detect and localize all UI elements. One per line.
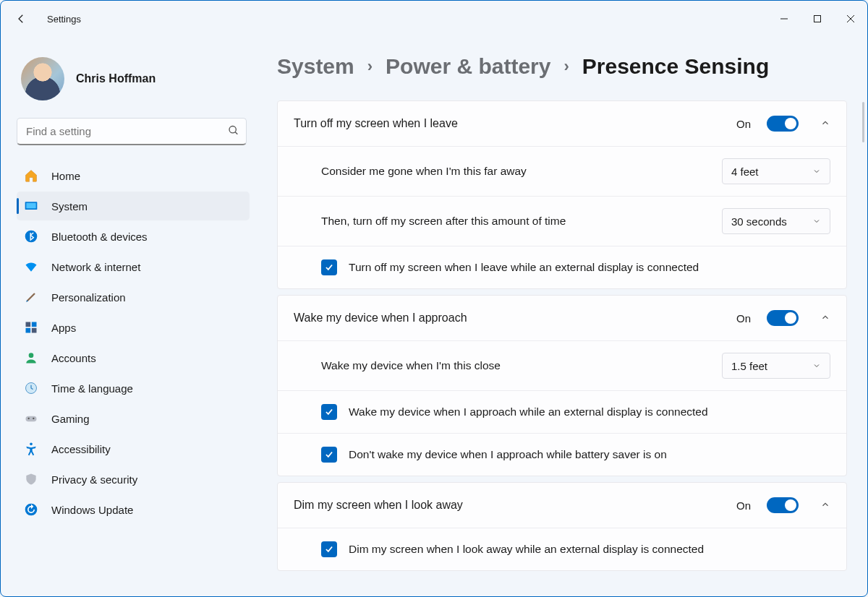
setting-leave-external-display: Turn off my screen when I leave while an… — [278, 246, 846, 288]
accessibility-icon — [24, 442, 38, 456]
system-icon — [24, 199, 38, 213]
sidebar-item-update[interactable]: Windows Update — [17, 495, 250, 524]
checkbox-label: Dim my screen when I look away while an … — [349, 543, 704, 556]
svg-rect-9 — [26, 322, 31, 327]
chevron-right-icon: › — [563, 57, 569, 76]
dropdown-value: 30 seconds — [731, 215, 787, 228]
chevron-up-icon[interactable] — [820, 499, 830, 512]
chevron-down-icon — [812, 361, 821, 370]
delay-dropdown[interactable]: 30 seconds — [722, 208, 830, 234]
shield-icon — [24, 472, 38, 486]
wifi-icon — [24, 259, 38, 274]
sidebar-item-network[interactable]: Network & internet — [17, 252, 250, 281]
sidebar-item-personalization[interactable]: Personalization — [17, 283, 250, 312]
arrow-left-icon — [14, 12, 27, 25]
svg-point-18 — [30, 443, 33, 446]
section-title: Turn off my screen when I leave — [294, 117, 725, 130]
toggle-switch[interactable] — [767, 497, 799, 513]
toggle-switch[interactable] — [767, 310, 799, 326]
avatar — [21, 57, 64, 100]
checkbox[interactable] — [321, 404, 337, 420]
distance-dropdown[interactable]: 4 feet — [722, 158, 830, 184]
sidebar-item-label: Accounts — [51, 352, 96, 364]
dropdown-value: 1.5 feet — [731, 360, 767, 372]
toggle-state-label: On — [736, 312, 751, 325]
sidebar-item-accessibility[interactable]: Accessibility — [17, 434, 250, 463]
check-icon — [324, 262, 334, 272]
minimize-icon — [780, 14, 788, 23]
svg-point-16 — [28, 418, 30, 419]
chevron-up-icon[interactable] — [820, 312, 830, 325]
back-button[interactable] — [7, 4, 35, 33]
home-icon — [24, 168, 38, 183]
toggle-state-label: On — [736, 118, 751, 130]
sidebar-item-label: Apps — [51, 322, 76, 334]
minimize-button[interactable] — [767, 7, 801, 30]
checkbox-label: Turn off my screen when I leave while an… — [349, 261, 699, 274]
search-input[interactable] — [17, 118, 247, 145]
svg-point-13 — [29, 353, 34, 358]
svg-rect-11 — [26, 328, 31, 333]
dropdown-value: 4 feet — [731, 166, 759, 178]
clock-icon — [24, 381, 38, 395]
sidebar-item-label: Personalization — [51, 291, 126, 304]
setting-label: Then, turn off my screen after this amou… — [321, 215, 710, 228]
check-icon — [324, 450, 334, 460]
sidebar-item-gaming[interactable]: Gaming — [17, 404, 250, 433]
search-box[interactable] — [17, 118, 247, 145]
sidebar-item-time[interactable]: Time & language — [17, 374, 250, 403]
setting-wake-distance: Wake my device when I'm this close 1.5 f… — [278, 340, 846, 390]
svg-line-5 — [235, 132, 237, 134]
section-title: Dim my screen when I look away — [294, 499, 725, 512]
person-icon — [24, 351, 38, 365]
breadcrumb: System › Power & battery › Presence Sens… — [277, 54, 847, 79]
sidebar-item-label: System — [51, 200, 88, 212]
checkbox[interactable] — [321, 259, 337, 275]
setting-label: Wake my device when I'm this close — [321, 359, 710, 372]
toggle-switch[interactable] — [767, 116, 799, 132]
sidebar-item-label: Gaming — [51, 413, 90, 425]
update-icon — [24, 502, 38, 517]
checkbox[interactable] — [321, 447, 337, 463]
svg-rect-1 — [814, 16, 821, 22]
maximize-button[interactable] — [801, 7, 834, 30]
chevron-down-icon — [812, 217, 821, 226]
section-wake-approach: Wake my device when I approach On Wake m… — [277, 295, 847, 476]
breadcrumb-power[interactable]: Power & battery — [386, 54, 550, 79]
section-screen-off-leave: Turn off my screen when I leave On Consi… — [277, 100, 847, 289]
sidebar: Chris Hoffman Home System Bluetooth & de… — [1, 37, 261, 596]
app-title: Settings — [47, 14, 81, 25]
svg-rect-7 — [26, 203, 35, 209]
setting-wake-external-display: Wake my device when I approach while an … — [278, 390, 846, 433]
svg-point-17 — [33, 418, 34, 419]
chevron-up-icon[interactable] — [820, 118, 830, 130]
breadcrumb-presence: Presence Sensing — [582, 54, 769, 79]
sidebar-item-home[interactable]: Home — [17, 161, 250, 190]
user-name: Chris Hoffman — [76, 72, 156, 85]
check-icon — [324, 407, 334, 417]
toggle-state-label: On — [736, 499, 751, 512]
scrollbar-thumb[interactable] — [862, 102, 864, 142]
wake-distance-dropdown[interactable]: 1.5 feet — [722, 353, 830, 379]
chevron-down-icon — [812, 167, 821, 176]
sidebar-item-system[interactable]: System — [17, 192, 250, 220]
titlebar: Settings — [1, 1, 867, 37]
sidebar-item-apps[interactable]: Apps — [17, 313, 250, 342]
sidebar-nav: Home System Bluetooth & devices Network … — [17, 161, 250, 524]
checkbox[interactable] — [321, 541, 337, 557]
section-header[interactable]: Dim my screen when I look away On — [278, 483, 846, 528]
svg-point-8 — [25, 231, 38, 243]
section-header[interactable]: Turn off my screen when I leave On — [278, 101, 846, 146]
sidebar-item-privacy[interactable]: Privacy & security — [17, 465, 250, 494]
sidebar-item-accounts[interactable]: Accounts — [17, 343, 250, 372]
section-header[interactable]: Wake my device when I approach On — [278, 296, 846, 340]
bluetooth-icon — [24, 229, 38, 244]
chevron-right-icon: › — [367, 57, 373, 76]
close-button[interactable] — [834, 7, 867, 30]
main-panel: System › Power & battery › Presence Sens… — [261, 37, 867, 596]
breadcrumb-system[interactable]: System — [277, 54, 354, 79]
sidebar-item-label: Time & language — [51, 382, 133, 395]
sidebar-item-bluetooth[interactable]: Bluetooth & devices — [17, 222, 250, 251]
svg-rect-12 — [32, 328, 37, 333]
profile[interactable]: Chris Hoffman — [17, 46, 250, 118]
